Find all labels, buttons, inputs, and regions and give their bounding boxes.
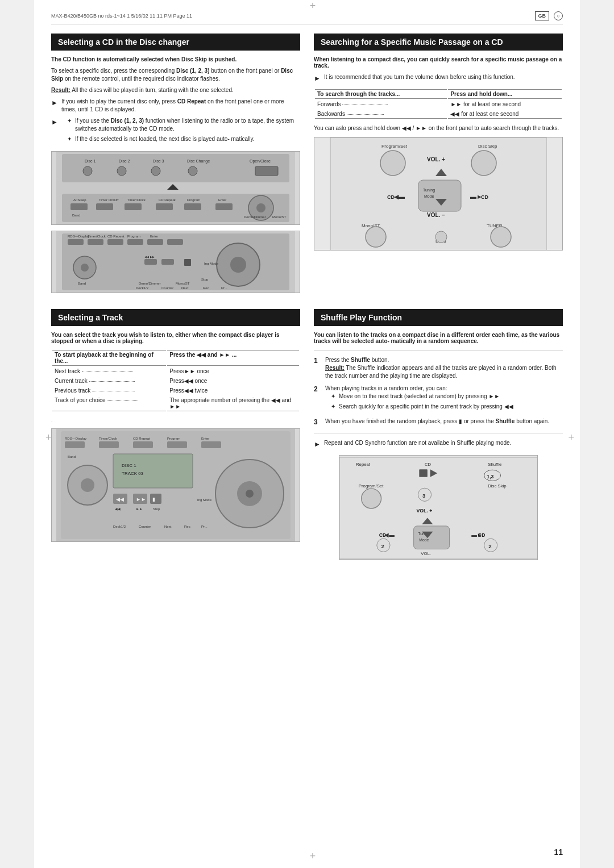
svg-text:Next: Next: [164, 525, 172, 528]
svg-text:Program: Program: [167, 437, 180, 440]
svg-point-67: [471, 151, 496, 176]
crosshair-bottom: +: [310, 850, 316, 862]
track-panel-svg: RDS—Display Timer/Clock CD Repeat Progra…: [52, 428, 300, 542]
svg-text:Mono/ST: Mono/ST: [176, 282, 190, 285]
svg-text:Mode: Mode: [424, 194, 434, 198]
svg-text:RDS—Display: RDS—Display: [68, 235, 89, 238]
svg-text:Deck1/2: Deck1/2: [113, 525, 126, 528]
svg-rect-49: [161, 259, 174, 265]
svg-text:VOL. +: VOL. +: [416, 507, 432, 513]
header-text: MAX-B420/B450GB no rds-1~14 1 5/16/02 11…: [51, 13, 192, 19]
svg-text:Enter: Enter: [218, 198, 226, 202]
svg-rect-107: [150, 494, 161, 504]
svg-text:CD Repeat: CD Repeat: [133, 437, 150, 440]
svg-text:Timer/Clock: Timer/Clock: [88, 235, 106, 238]
svg-text:Next: Next: [181, 286, 189, 290]
svg-text:◀▬: ◀▬: [394, 193, 405, 200]
shuffle-step-2: 2 When playing tracks in a random order,…: [314, 385, 563, 413]
page-wrapper: MAX-B420/B450GB no rds-1~14 1 5/16/02 11…: [0, 0, 614, 868]
svg-rect-125: [419, 469, 428, 477]
svg-text:Program: Program: [187, 198, 200, 202]
svg-text:Disc 3: Disc 3: [153, 159, 164, 163]
search-row-forwards: Forwards ►► for at least one second: [315, 100, 562, 108]
step-number-2: 2: [314, 385, 322, 413]
shuffle-title: Shuffle Play Function: [314, 309, 563, 326]
track-row-choice: Track of your choice The appropriate num…: [52, 396, 299, 411]
svg-text:Tuning: Tuning: [423, 188, 435, 193]
cd-changer-diamond1: ✦ If you use the Disc (1, 2, 3) function…: [61, 117, 300, 133]
svg-text:►►: ►►: [136, 507, 143, 511]
svg-text:1,3: 1,3: [487, 473, 493, 479]
svg-text:TRACK 03: TRACK 03: [122, 471, 144, 476]
svg-rect-25: [215, 203, 233, 210]
shuffle-note: ► Repeat and CD Synchro function are not…: [314, 439, 563, 449]
track-row-current: Current track Press◀◀ once: [52, 377, 299, 385]
svg-text:Mono/ST: Mono/ST: [272, 215, 287, 219]
page-header: MAX-B420/B450GB no rds-1~14 1 5/16/02 11…: [51, 11, 563, 24]
svg-text:Band: Band: [72, 214, 80, 217]
svg-text:Repeat: Repeat: [356, 462, 371, 467]
selecting-track-title: Selecting a Track: [51, 309, 300, 326]
svg-text:VOL.: VOL.: [421, 551, 431, 556]
music-passage-section: Searching for a Specific Music Passage o…: [314, 34, 563, 299]
circle-marker: ○: [554, 11, 563, 20]
svg-text:Band: Band: [68, 455, 76, 458]
svg-text:2: 2: [381, 542, 384, 549]
svg-point-66: [380, 151, 405, 176]
shuffle-step-3: 3 When you have finished the random play…: [314, 418, 563, 427]
svg-text:Stop: Stop: [153, 507, 160, 511]
svg-point-130: [362, 489, 381, 508]
svg-rect-95: [167, 441, 187, 448]
arrow-icon-3: ►: [314, 74, 321, 84]
music-passage-arrow1: ► It is recommended that you turn the vo…: [314, 73, 563, 84]
svg-text:Program/Set: Program/Set: [359, 483, 384, 489]
selecting-track-section: Selecting a Track You can select the tra…: [51, 309, 300, 566]
svg-text:Counter: Counter: [161, 286, 173, 290]
step-1-content: Press the Shuffle button. Result: The Sh…: [325, 356, 563, 380]
svg-point-9: [151, 166, 160, 176]
crosshair-top: +: [310, 0, 316, 12]
cd-changer-body1: To select a specific disc, press the cor…: [51, 67, 300, 83]
panel-svg-top: Disc 1 Disc 2 Disc 3 Disc Change Open/Cl…: [52, 151, 300, 225]
diamond-icon-2: ✦: [67, 135, 72, 143]
shuffle-section: Shuffle Play Function You can listen to …: [314, 309, 563, 566]
svg-text:2: 2: [488, 542, 491, 549]
crosshair-right: +: [568, 432, 574, 444]
svg-text:Ing Mode: Ing Mode: [197, 498, 212, 502]
svg-text:Mode: Mode: [419, 538, 429, 542]
page-inner: MAX-B420/B450GB no rds-1~14 1 5/16/02 11…: [34, 0, 580, 868]
cd-changer-arrow1: ► If you wish to play the current disc o…: [51, 98, 300, 114]
track-device-image: RDS—Display Timer/Clock CD Repeat Progra…: [51, 428, 300, 542]
svg-text:▶▶: ▶▶: [150, 255, 155, 258]
arrow-icon-4: ►: [314, 440, 321, 449]
step-number-3: 3: [314, 418, 322, 427]
music-passage-title: Searching for a Specific Music Passage o…: [314, 34, 563, 51]
shuffle-diamond2: ✦ Search quickly for a specific point in…: [325, 403, 563, 411]
svg-rect-96: [201, 441, 221, 448]
svg-text:Open/Close: Open/Close: [250, 159, 271, 164]
cd-control-svg: Program/Set Disc Skip VOL. + Tuning Mode: [314, 137, 562, 251]
svg-rect-94: [133, 441, 153, 448]
diamond-icon-4: ✦: [331, 403, 335, 411]
cd-changer-result: Result: All the discs will be played in …: [51, 86, 300, 94]
svg-text:Deck1/2: Deck1/2: [136, 286, 149, 290]
step-2-content: When playing tracks in a random order, y…: [325, 385, 563, 413]
svg-text:Pr...: Pr...: [221, 286, 227, 290]
cd-changer-diamond2: ✦ If the disc selected is not loaded, th…: [61, 135, 300, 143]
svg-text:VOL. –: VOL. –: [427, 212, 445, 218]
svg-rect-92: [65, 441, 85, 448]
svg-rect-22: [125, 203, 142, 210]
svg-text:Disc Change: Disc Change: [187, 159, 210, 164]
svg-rect-36: [127, 239, 143, 245]
music-passage-extra: You can aslo press and hold down ◀◀ / ►►…: [314, 124, 563, 132]
svg-text:Disc 2: Disc 2: [119, 159, 130, 163]
svg-text:Enter: Enter: [150, 235, 158, 238]
svg-rect-50: [184, 259, 191, 266]
track-col-header-right: Press the ◀◀ and ►► ...: [167, 350, 299, 366]
svg-text:Counter: Counter: [139, 525, 151, 528]
svg-point-7: [83, 166, 92, 176]
track-col-header-left: To start playback at the beginning of th…: [52, 350, 166, 366]
shuffle-separator-top: [314, 350, 563, 350]
svg-rect-24: [184, 203, 201, 210]
svg-text:Demo/Dimmer: Demo/Dimmer: [244, 215, 266, 219]
